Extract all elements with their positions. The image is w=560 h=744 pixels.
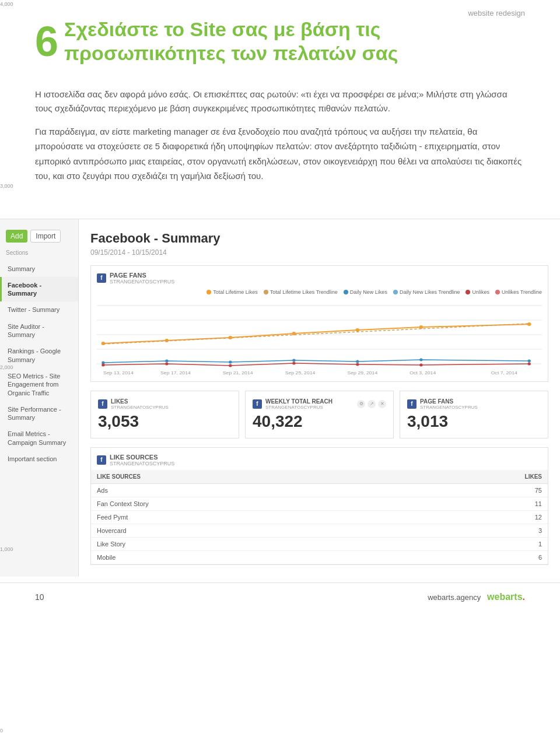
like-sources-widget: f LIKE SOURCES STRANGENATOSCYPRUS LIKE S… bbox=[90, 447, 548, 565]
svg-text:Sep 13, 2014: Sep 13, 2014 bbox=[103, 370, 134, 375]
article-section: website redesign 6 Σχεδιάστε το Site σας… bbox=[0, 0, 560, 207]
svg-point-10 bbox=[419, 325, 424, 329]
fans-value: 3,013 bbox=[407, 412, 541, 431]
chart-legend: Total Lifetime Likes Total Lifetime Like… bbox=[97, 289, 542, 295]
table-row: Ads 75 bbox=[91, 483, 548, 497]
svg-point-19 bbox=[102, 363, 104, 366]
svg-point-21 bbox=[229, 364, 232, 367]
likes-cell: 75 bbox=[405, 483, 548, 497]
svg-point-6 bbox=[165, 339, 169, 342]
chapter-number: 6 bbox=[35, 20, 58, 62]
page-fans-chart-widget: f PAGE FANS STRANGENATOSCYPRUS Total Lif… bbox=[90, 265, 548, 382]
likes-cell: 6 bbox=[405, 550, 548, 564]
settings-icon[interactable]: ⚙ bbox=[357, 400, 365, 408]
reach-subtitle: STRANGENATOSCYPRUS bbox=[265, 405, 332, 410]
chart-widget-subtitle: STRANGENATOSCYPRUS bbox=[110, 279, 174, 285]
likes-cell: 1 bbox=[405, 537, 548, 550]
svg-text:Sep 17, 2014: Sep 17, 2014 bbox=[160, 370, 191, 375]
svg-point-9 bbox=[356, 328, 360, 332]
like-sources-table: LIKE SOURCES LIKES Ads 75 Fan Context St… bbox=[91, 470, 548, 564]
footer-brand: webarts.agency webarts. bbox=[428, 592, 525, 602]
svg-point-11 bbox=[527, 322, 531, 326]
source-cell: Feed Pymt bbox=[91, 510, 405, 524]
brand-agency: webarts.agency bbox=[428, 593, 481, 602]
report-date: 09/15/2014 - 10/15/2014 bbox=[90, 248, 548, 257]
metric-card-likes: f LIKES STRANGENATOSCYPRUS 3,053 bbox=[90, 391, 239, 438]
table-row: Feed Pymt 12 bbox=[91, 510, 548, 524]
svg-point-25 bbox=[527, 362, 530, 365]
legend-daily-new-likes: Daily New Likes bbox=[344, 289, 387, 295]
intro-paragraph: Η ιστοσελίδα σας δεν αφορά μόνο εσάς. Οι… bbox=[35, 87, 525, 115]
metric-cards-row: f LIKES STRANGENATOSCYPRUS 3,053 f WEEKL… bbox=[90, 391, 548, 438]
legend-unlikes-trendline: Unlikes Trendline bbox=[495, 289, 542, 295]
legend-dot-trendline2 bbox=[393, 290, 398, 294]
svg-point-24 bbox=[419, 363, 422, 366]
chapter-title: Σχεδιάστε το Site σας με βάση τις προσωπ… bbox=[64, 17, 525, 65]
legend-label: Total Lifetime Likes Trendline bbox=[270, 289, 338, 295]
body-paragraph: Για παράδειγμα, αν είστε marketing manag… bbox=[35, 124, 525, 184]
fans-subtitle: STRANGENATOSCYPRUS bbox=[420, 405, 478, 410]
reach-value: 40,322 bbox=[253, 412, 386, 431]
legend-label: Total Lifetime Likes bbox=[213, 289, 258, 295]
brand-name: webarts. bbox=[487, 592, 525, 602]
expand-icon[interactable]: ↗ bbox=[368, 400, 376, 408]
report-title: Facebook - Summary bbox=[90, 231, 548, 246]
chart-widget-title: PAGE FANS bbox=[110, 272, 174, 279]
legend-label: Unlikes bbox=[472, 289, 489, 295]
close-icon[interactable]: ✕ bbox=[378, 400, 386, 408]
reach-title: WEEKLY TOTAL REACH bbox=[265, 398, 332, 405]
import-button[interactable]: Import bbox=[30, 230, 61, 243]
svg-point-18 bbox=[527, 359, 530, 362]
main-content: Facebook - Summary 09/15/2014 - 10/15/20… bbox=[79, 219, 560, 577]
svg-point-22 bbox=[292, 362, 295, 364]
legend-dot-total-likes bbox=[206, 290, 211, 294]
likes-value: 3,053 bbox=[98, 412, 232, 431]
legend-dot-trendline1 bbox=[264, 290, 268, 294]
legend-dot-unlikes bbox=[466, 290, 470, 294]
table-header-row: LIKE SOURCES LIKES bbox=[91, 470, 548, 484]
svg-point-15 bbox=[292, 359, 295, 362]
table-row: Hovercard 3 bbox=[91, 524, 548, 537]
likes-subtitle: STRANGENATOSCYPRUS bbox=[111, 405, 169, 410]
svg-point-23 bbox=[356, 363, 359, 366]
facebook-icon-sources: f bbox=[97, 455, 106, 465]
source-cell: Fan Context Story bbox=[91, 497, 405, 510]
legend-label: Unlikes Trendline bbox=[502, 289, 542, 295]
likes-cell: 11 bbox=[405, 497, 548, 510]
page-label: website redesign bbox=[468, 9, 525, 17]
likes-cell: 3 bbox=[405, 524, 548, 537]
like-sources-widget-title: LIKE SOURCES bbox=[110, 454, 174, 461]
facebook-icon-fans: f bbox=[407, 399, 416, 409]
legend-total-lifetime-likes: Total Lifetime Likes bbox=[206, 289, 258, 295]
facebook-icon-reach: f bbox=[253, 399, 262, 409]
table-row: Mobile 6 bbox=[91, 550, 548, 564]
analytics-section: Add Import Sections Summary Facebook - S… bbox=[0, 219, 560, 577]
table-row: Fan Context Story 11 bbox=[91, 497, 548, 510]
page-footer: 10 webarts.agency webarts. bbox=[0, 582, 560, 611]
table-row: Like Story 1 bbox=[91, 537, 548, 550]
legend-daily-new-likes-trendline: Daily New Likes Trendline bbox=[393, 289, 460, 295]
chart-svg: Sep 13, 2014 Sep 17, 2014 Sep 21, 2014 S… bbox=[97, 300, 542, 375]
svg-point-14 bbox=[229, 360, 232, 363]
source-cell: Ads bbox=[91, 483, 405, 497]
metric-card-weekly-reach: f WEEKLY TOTAL REACH STRANGENATOSCYPRUS … bbox=[245, 391, 394, 438]
svg-point-13 bbox=[165, 359, 168, 362]
legend-label: Daily New Likes bbox=[350, 289, 387, 295]
svg-point-17 bbox=[419, 358, 422, 361]
svg-point-20 bbox=[165, 362, 168, 365]
svg-text:Oct 3, 2014: Oct 3, 2014 bbox=[410, 370, 436, 375]
svg-text:Sep 25, 2014: Sep 25, 2014 bbox=[285, 370, 316, 375]
source-cell: Mobile bbox=[91, 550, 405, 564]
facebook-icon: f bbox=[97, 273, 106, 283]
svg-text:Sep 29, 2014: Sep 29, 2014 bbox=[347, 370, 377, 375]
footer-brand-text: webarts.agency webarts. bbox=[428, 593, 525, 602]
svg-text:Sep 21, 2014: Sep 21, 2014 bbox=[223, 370, 253, 375]
fans-title: PAGE FANS bbox=[420, 398, 478, 405]
page-number: 10 bbox=[35, 592, 44, 602]
legend-label: Daily New Likes Trendline bbox=[400, 289, 460, 295]
source-cell: Hovercard bbox=[91, 524, 405, 537]
svg-text:Oct 7, 2014: Oct 7, 2014 bbox=[491, 370, 517, 375]
legend-dot-daily-likes bbox=[344, 290, 348, 294]
svg-point-5 bbox=[102, 342, 106, 345]
col-header-likes: LIKES bbox=[405, 470, 548, 484]
